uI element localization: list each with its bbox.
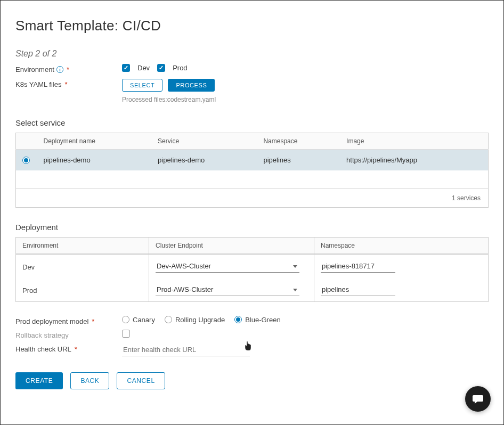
cell-image: https://pipelines/Myapp [340, 150, 488, 171]
col-cluster-endpoint: Cluster Endpoint [149, 238, 314, 254]
cancel-button[interactable]: CANCEL [117, 372, 165, 389]
info-icon[interactable]: i [56, 66, 63, 73]
deployment-heading: Deployment [15, 223, 489, 232]
namespace-input[interactable] [321, 283, 395, 296]
cell-namespace: pipelines [257, 150, 340, 171]
prod-checkbox-label: Prod [173, 64, 187, 72]
dev-checkbox-label: Dev [137, 64, 150, 72]
service-table-footer: 1 services [15, 189, 489, 208]
environment-label: Environment i * [15, 64, 122, 73]
service-table: Deployment name Service Namespace Image … [15, 133, 489, 189]
chat-icon [472, 393, 484, 405]
dev-checkbox[interactable]: ✓ [122, 64, 130, 72]
rolling-upgrade-radio-label: Rolling Upgrade [175, 316, 225, 324]
canary-radio-label: Canary [133, 316, 155, 324]
col-environment: Environment [16, 238, 149, 254]
cluster-endpoint-select[interactable]: Dev-AWS-Cluster [156, 260, 299, 273]
rollback-label: Rollback strategy [15, 330, 122, 339]
env-cell: Dev [16, 255, 149, 278]
k8s-label: K8s YAML files* [15, 79, 122, 88]
table-row: Dev Dev-AWS-Cluster [16, 255, 488, 278]
col-deployment-name: Deployment name [37, 133, 152, 150]
health-check-label: Health check URL* [15, 344, 122, 353]
table-row: Prod Prod-AWS-Cluster [16, 278, 488, 301]
col-image: Image [340, 133, 488, 150]
env-cell: Prod [16, 278, 149, 301]
rollback-checkbox[interactable] [122, 330, 130, 338]
cell-service: pipelines-demo [151, 150, 257, 171]
step-indicator: Step 2 of 2 [15, 49, 489, 59]
cluster-endpoint-select[interactable]: Prod-AWS-Cluster [156, 283, 299, 296]
rolling-upgrade-radio[interactable] [165, 316, 172, 323]
col-namespace: Namespace [257, 133, 340, 150]
namespace-input[interactable] [321, 260, 395, 273]
back-button[interactable]: BACK [70, 372, 109, 389]
prod-checkbox[interactable]: ✓ [157, 64, 165, 72]
blue-green-radio[interactable] [234, 316, 242, 323]
prod-model-label: Prod deployment model* [15, 316, 122, 325]
select-button[interactable]: SELECT [122, 79, 162, 92]
table-row[interactable]: pipelines-demo pipelines-demo pipelines … [16, 150, 489, 171]
select-service-heading: Select service [15, 118, 489, 127]
create-button[interactable]: CREATE [15, 372, 63, 389]
health-check-input[interactable] [122, 344, 250, 356]
chat-button[interactable] [465, 386, 491, 412]
blue-green-radio-label: Blue-Green [245, 316, 280, 324]
process-button[interactable]: PROCESS [168, 79, 215, 92]
row-radio[interactable] [22, 157, 30, 164]
deployment-table: Environment Cluster Endpoint Namespace D… [15, 237, 489, 302]
processed-files-note: Processed files:codestream.yaml [122, 96, 216, 103]
col-namespace: Namespace [314, 238, 488, 254]
canary-radio[interactable] [122, 316, 129, 323]
page-title: Smart Template: CI/CD [15, 18, 489, 34]
col-service: Service [151, 133, 257, 150]
cell-deployment-name: pipelines-demo [37, 150, 152, 171]
